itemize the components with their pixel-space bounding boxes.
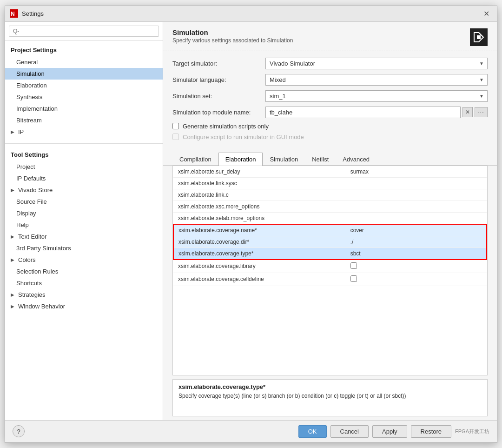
sidebar-item-source-file[interactable]: Source File <box>5 196 163 207</box>
sidebar-item-help[interactable]: Help <box>5 219 163 231</box>
table-row[interactable]: xsim.elaborate.sur_delaysurmax <box>173 166 487 178</box>
tab-advanced[interactable]: Advanced <box>336 153 376 166</box>
sidebar-item-strategies[interactable]: ▶ Strategies <box>5 289 163 301</box>
ip-defaults-label: IP Defaults <box>16 175 46 182</box>
table-cell-key: xsim.elaborate.link.sysc <box>173 177 346 189</box>
sidebar-item-implementation[interactable]: Implementation <box>5 103 163 114</box>
sidebar-item-simulation[interactable]: Simulation <box>5 68 163 80</box>
sidebar-item-general[interactable]: General <box>5 56 163 68</box>
sidebar-item-colors[interactable]: ▶ Colors <box>5 254 163 266</box>
sidebar-item-window-behavior[interactable]: ▶ Window Behavior <box>5 301 163 312</box>
apply-button[interactable]: Apply <box>372 425 407 438</box>
table-cell-key: xsim.elaborate.coverage.library <box>173 260 346 273</box>
cell-checkbox[interactable] <box>350 275 357 282</box>
main-content: Project Settings General Simulation Elab… <box>5 22 497 420</box>
sidebar-item-ip[interactable]: ▶ IP <box>5 126 163 138</box>
right-panel: Simulation Specify various settings asso… <box>163 22 497 420</box>
help-button[interactable]: ? <box>13 425 25 437</box>
sidebar-item-vivado-store[interactable]: ▶ Vivado Store <box>5 184 163 196</box>
watermark: FPGA开发工坊 <box>455 428 489 435</box>
text-editor-expand-arrow: ▶ <box>11 234 14 239</box>
titlebar-left: N Settings <box>10 9 44 18</box>
simulation-top-input-row: ✕ ··· <box>265 107 488 118</box>
panel-title: Simulation <box>172 28 293 36</box>
sidebar-item-text-editor[interactable]: ▶ Text Editor <box>5 231 163 242</box>
sidebar-item-selection-rules[interactable]: Selection Rules <box>5 266 163 277</box>
table-row[interactable]: xsim.elaborate.coverage.library <box>173 260 487 273</box>
generate-scripts-checkbox[interactable] <box>172 123 179 129</box>
table-row[interactable]: xsim.elaborate.link.c <box>173 189 487 201</box>
table-cell-key: xsim.elaborate.xelab.more_options <box>173 212 346 224</box>
tab-netlist[interactable]: Netlist <box>305 153 336 166</box>
configure-gui-checkbox[interactable] <box>172 134 179 140</box>
settings-form: Target simulator: Vivado Simulator ▼ Sim… <box>163 51 497 151</box>
selection-rules-label: Selection Rules <box>16 268 58 275</box>
ip-expand-arrow: ▶ <box>11 129 14 134</box>
table-cell-value[interactable] <box>346 273 487 286</box>
implementation-label: Implementation <box>16 105 58 112</box>
simulation-set-select-wrapper: sim_1 ▼ <box>265 90 488 102</box>
table-cell-key: xsim.elaborate.coverage.type* <box>173 247 346 260</box>
3rd-party-label: 3rd Party Simulators <box>16 245 71 252</box>
search-input[interactable] <box>9 26 159 37</box>
window-title: Settings <box>22 10 44 17</box>
sidebar-item-display[interactable]: Display <box>5 207 163 219</box>
sidebar-item-ip-defaults[interactable]: IP Defaults <box>5 173 163 184</box>
tab-elaboration[interactable]: Elaboration <box>218 153 263 166</box>
simulator-language-select-wrapper: Mixed ▼ <box>265 74 488 86</box>
sidebar-item-shortcuts[interactable]: Shortcuts <box>5 277 163 289</box>
search-box <box>5 22 163 41</box>
footer: ? OK Cancel Apply Restore FPGA开发工坊 <box>5 420 497 442</box>
table-row[interactable]: xsim.elaborate.coverage.type*sbct <box>173 247 487 260</box>
table-cell-value: surmax <box>346 166 487 178</box>
table-cell-key: xsim.elaborate.sur_delay <box>173 166 346 178</box>
cell-checkbox[interactable] <box>350 262 357 269</box>
sidebar-item-3rd-party[interactable]: 3rd Party Simulators <box>5 242 163 254</box>
project-settings-title: Project Settings <box>5 45 163 56</box>
table-row[interactable]: xsim.elaborate.xelab.more_options <box>173 212 487 224</box>
table-cell-value[interactable] <box>346 260 487 273</box>
target-simulator-select[interactable]: Vivado Simulator <box>265 58 488 69</box>
window-behavior-expand-arrow: ▶ <box>11 304 14 309</box>
simulation-set-select[interactable]: sim_1 <box>265 90 488 102</box>
simulator-language-select[interactable]: Mixed <box>265 74 488 86</box>
table-cell-key: xsim.elaborate.xsc.more_options <box>173 201 346 212</box>
simulation-set-control: sim_1 ▼ <box>265 90 488 102</box>
sidebar-item-project[interactable]: Project <box>5 161 163 173</box>
tool-settings-section: Tool Settings Project IP Defaults ▶ Viva… <box>5 146 163 316</box>
table-row[interactable]: xsim.elaborate.xsc.more_options <box>173 201 487 212</box>
description-title: xsim.elaborate.coverage.type* <box>178 383 482 390</box>
ok-button[interactable]: OK <box>298 425 327 438</box>
tab-compilation[interactable]: Compilation <box>172 153 218 166</box>
table-row[interactable]: xsim.elaborate.coverage.dir*./ <box>173 236 487 247</box>
simulation-top-browse-button[interactable]: ··· <box>475 107 488 117</box>
sidebar-item-bitstream[interactable]: Bitstream <box>5 114 163 126</box>
table-cell-key: xsim.elaborate.coverage.dir* <box>173 236 346 247</box>
sidebar: Project Settings General Simulation Elab… <box>5 22 163 420</box>
simulation-top-clear-button[interactable]: ✕ <box>462 107 473 117</box>
tool-settings-title: Tool Settings <box>5 149 163 161</box>
footer-right: OK Cancel Apply Restore FPGA开发工坊 <box>298 425 489 438</box>
restore-button[interactable]: Restore <box>411 425 452 438</box>
table-cell-value <box>346 201 487 212</box>
simulation-label: Simulation <box>16 70 45 77</box>
tab-simulation[interactable]: Simulation <box>263 153 305 166</box>
description-box: xsim.elaborate.coverage.type* Specify co… <box>172 379 488 416</box>
table-row[interactable]: xsim.elaborate.coverage.name*cover <box>173 224 487 236</box>
settings-table-container: xsim.elaborate.sur_delaysurmaxxsim.elabo… <box>172 166 488 375</box>
text-editor-label: Text Editor <box>18 233 46 240</box>
panel-subtitle: Specify various settings associated to S… <box>172 37 293 44</box>
description-text: Specify coverage type(s) (line (or s) br… <box>178 392 482 400</box>
cancel-button[interactable]: Cancel <box>330 425 369 438</box>
close-button[interactable]: ✕ <box>481 8 492 19</box>
panel-header: Simulation Specify various settings asso… <box>163 22 497 51</box>
table-row[interactable]: xsim.elaborate.coverage.celldefine <box>173 273 487 286</box>
table-cell-key: xsim.elaborate.coverage.name* <box>173 224 346 236</box>
sidebar-item-synthesis[interactable]: Synthesis <box>5 91 163 103</box>
sidebar-item-elaboration[interactable]: Elaboration <box>5 80 163 91</box>
project-label: Project <box>16 163 35 170</box>
strategies-label: Strategies <box>18 291 46 298</box>
target-simulator-select-wrapper: Vivado Simulator ▼ <box>265 58 488 69</box>
table-row[interactable]: xsim.elaborate.link.sysc <box>173 177 487 189</box>
simulation-top-input[interactable] <box>265 107 461 118</box>
